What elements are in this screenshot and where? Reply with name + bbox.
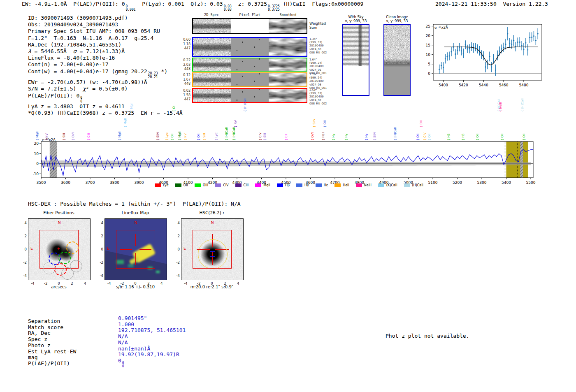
legend-swatch [296, 183, 302, 187]
info-line-4: F=1.2" T=0.163 N=1.16 A=0.17 g=25.4 [28, 35, 183, 42]
col-header-smoothed: Smoothed [269, 13, 307, 17]
row-right-labels: 1.79"(999, 24)20190409v024_03008_RU_001 [309, 73, 327, 90]
legend-item-MgII: MgII [255, 183, 270, 187]
svg-text:10: 10 [426, 53, 431, 57]
cell-pixelflat [231, 73, 269, 86]
legend-swatch [404, 183, 410, 187]
line-label-NeIII: { NeIII [498, 102, 503, 112]
match-row-value: N/A [118, 334, 186, 340]
crosshair-left [120, 249, 132, 250]
clean-coords: x, y: 999, 33 [383, 19, 411, 23]
legend-swatch [195, 183, 201, 187]
row-right-labels: 1.34"(999, 33)20190409v024_03008_RU_002 [309, 37, 327, 54]
legend-swatch [378, 183, 384, 187]
legend-swatch [316, 183, 322, 187]
elixer-report-page: EW: -4.9±-1.0Å P(LAE)/P(OII): 000.001 P(… [0, 0, 576, 392]
match-row-value: nan(±nan)Å [118, 346, 186, 352]
crosshair-right [139, 249, 151, 250]
center-marker: + [57, 246, 60, 251]
cell-smoothed [269, 73, 307, 86]
spec2d-row-1 [192, 37, 307, 57]
cutout-ytick: 2 [21, 234, 27, 238]
cutout-ytick: 2 [97, 234, 103, 238]
east-label: E [107, 246, 109, 251]
legend-item-(K)CaII: (K)CaII [378, 183, 397, 187]
match-row-value: 0.901495" [118, 315, 186, 322]
fiber-circle-gray-3 [61, 267, 74, 280]
row-left-labels: 0.121.67448 [172, 73, 190, 86]
lineflux-map-panel: N E [105, 218, 167, 280]
withsky-image [342, 24, 369, 96]
svg-text:10: 10 [34, 152, 39, 156]
match-row-label: Photo z [28, 343, 76, 349]
info-line-1: ID: 3090071493 (3090071493.pdf) [28, 15, 183, 21]
svg-text:5400: 5400 [439, 83, 448, 87]
svg-text:25: 25 [426, 24, 430, 28]
svg-text:5460: 5460 [499, 83, 509, 87]
svg-text:e⁻¹⁷x2Å: e⁻¹⁷x2Å [434, 25, 448, 30]
cutout-ytick: 0 [97, 247, 103, 251]
fiber-positions-panel: N E + [28, 218, 91, 280]
legend-item-Lyα: Lyα [155, 183, 169, 187]
cutout-title-hsc: HSC(26.2) r [181, 210, 243, 215]
info-line-2: Obs: 20190409v024_3090071493 [28, 21, 183, 28]
info-line-11: S/N = 7.2(±1.5) χ² = 0.5(±0.0) [28, 86, 183, 92]
svg-text:5: 5 [428, 62, 430, 66]
spec2d-row-2 [192, 58, 307, 72]
cell-2dspec [193, 38, 231, 56]
match-row-value: 192.710875, 51.465101 [118, 327, 186, 334]
row-right-labels: 1.64"(999, 24)20190409v024_01008_RU_001 [309, 58, 327, 75]
cutout-ytick: -4 [174, 274, 180, 278]
legend-swatch [356, 183, 362, 187]
svg-text:5440: 5440 [479, 83, 488, 87]
col-header-2dspec: 2D Spec [192, 13, 231, 17]
match-row-label: Separation [28, 318, 76, 325]
cutout-ytick: 0 [174, 247, 180, 251]
cutout-xlabel-hsc: m:20.0 re:2.1" s:0.9" [177, 285, 247, 289]
cutout-ytick: -2 [21, 260, 27, 264]
cutout-ytick: 4 [174, 221, 180, 225]
cell-pixelflat [231, 19, 269, 33]
lineflux-blob-teal-4 [156, 271, 160, 273]
fiber-circle-green [58, 252, 71, 264]
cell-pixelflat [231, 38, 269, 56]
cutout-ytick: -4 [21, 274, 27, 278]
cutout-title-fibers: Fiber Positions [28, 210, 90, 215]
cutout-ytick: 4 [97, 221, 103, 225]
legend-swatch [334, 183, 341, 187]
match-row-label: Spec z [28, 336, 76, 343]
cell-pixelflat [231, 89, 269, 102]
cutout-xlabel-lineflux: s/b: 1.16 +/- 0.310 [100, 285, 170, 289]
line-label-OII: { OII [419, 121, 423, 128]
match-row-label: Match score [28, 325, 76, 331]
svg-text:e⁻¹⁷x2Å: e⁻¹⁷x2Å [42, 138, 56, 142]
cell-pixelflat [231, 58, 269, 71]
crosshair-bottom [135, 253, 136, 265]
legend-swatch [235, 183, 242, 187]
match-row-value: 19.92(19.87,19.97)R [118, 352, 186, 358]
legend-item-OIII: OIII [195, 183, 208, 187]
detection-info-block: ID: 3090071493 (3090071493.pdf)Obs: 2019… [28, 15, 183, 117]
cell-2dspec [193, 58, 231, 71]
svg-text:-10: -10 [33, 172, 39, 176]
line-label-(H)CaII: { (H)CaII [520, 98, 525, 112]
withsky-title: With Skyx, y: 999, 33 [342, 15, 369, 23]
cutout-ytick: -2 [97, 260, 103, 264]
cell-smoothed [269, 58, 307, 71]
info-line-14: *Q(0.93) (H)CaII(3968) z = 0.3725 EW r =… [28, 110, 183, 116]
row-left-labels: 0.021.58447 [172, 89, 190, 102]
legend-swatch [175, 183, 181, 187]
svg-text:5420: 5420 [459, 83, 468, 87]
legend-item-Hε: Hε [316, 183, 328, 187]
withsky-title-text: With Sky [342, 15, 369, 19]
line-fit-inset-chart: 540054205440546054800510152025e⁻¹⁷x2Å [418, 19, 549, 93]
info-line-10: EWr = -2.70(±0.57) (w: -4.70(±0.98))Å [28, 79, 183, 86]
row-right-labels: WeightedSum [309, 21, 326, 30]
cell-smoothed [269, 19, 307, 33]
datetime-text: 2024-12-21 11:33:50 [435, 1, 497, 7]
cutout-ytick: 0 [21, 247, 27, 251]
info-line-13: LyA z = 3.4803 OII z = 0.4611 [28, 103, 183, 110]
cutout-ytick: -2 [174, 260, 180, 264]
hscdex-header: HSC-DEX : Possible Matches = 1 (within +… [28, 201, 241, 207]
north-label: N [28, 220, 90, 225]
